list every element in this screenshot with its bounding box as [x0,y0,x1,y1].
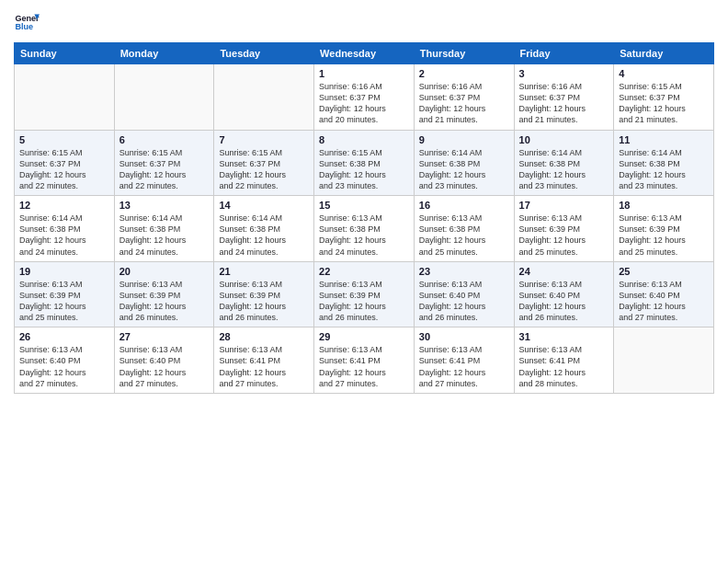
day-info: Sunrise: 6:16 AM Sunset: 6:37 PM Dayligh… [519,81,609,126]
weekday-header: Saturday [614,43,714,64]
logo-icon: General Blue [14,9,40,35]
day-number: 4 [619,68,709,79]
day-number: 26 [19,331,109,342]
day-info: Sunrise: 6:13 AM Sunset: 6:38 PM Dayligh… [319,213,409,258]
day-number: 23 [419,266,509,277]
calendar-cell: 3Sunrise: 6:16 AM Sunset: 6:37 PM Daylig… [514,64,614,131]
day-number: 12 [19,200,109,211]
weekday-header: Sunday [15,43,115,64]
calendar-cell: 19Sunrise: 6:13 AM Sunset: 6:39 PM Dayli… [15,261,115,327]
day-info: Sunrise: 6:13 AM Sunset: 6:40 PM Dayligh… [619,279,709,324]
calendar-cell: 26Sunrise: 6:13 AM Sunset: 6:40 PM Dayli… [15,327,115,394]
day-info: Sunrise: 6:15 AM Sunset: 6:37 PM Dayligh… [619,81,709,126]
calendar-cell: 20Sunrise: 6:13 AM Sunset: 6:39 PM Dayli… [114,261,214,327]
svg-text:Blue: Blue [15,22,33,31]
day-info: Sunrise: 6:15 AM Sunset: 6:37 PM Dayligh… [19,147,109,192]
calendar-cell: 13Sunrise: 6:14 AM Sunset: 6:38 PM Dayli… [114,196,214,262]
calendar-cell: 25Sunrise: 6:13 AM Sunset: 6:40 PM Dayli… [614,261,714,327]
weekday-header: Thursday [414,43,514,64]
day-info: Sunrise: 6:13 AM Sunset: 6:39 PM Dayligh… [319,279,409,324]
weekday-header: Wednesday [314,43,415,64]
calendar-cell: 14Sunrise: 6:14 AM Sunset: 6:38 PM Dayli… [214,196,314,262]
day-info: Sunrise: 6:13 AM Sunset: 6:41 PM Dayligh… [419,344,509,389]
calendar-cell: 7Sunrise: 6:15 AM Sunset: 6:37 PM Daylig… [214,130,314,196]
day-info: Sunrise: 6:14 AM Sunset: 6:38 PM Dayligh… [219,213,309,258]
day-number: 19 [19,266,109,277]
day-number: 9 [419,134,509,145]
calendar-cell: 29Sunrise: 6:13 AM Sunset: 6:41 PM Dayli… [314,327,415,394]
calendar-cell: 8Sunrise: 6:15 AM Sunset: 6:38 PM Daylig… [314,130,415,196]
calendar-week-row: 1Sunrise: 6:16 AM Sunset: 6:37 PM Daylig… [15,64,714,131]
calendar-cell: 27Sunrise: 6:13 AM Sunset: 6:40 PM Dayli… [114,327,214,394]
day-number: 5 [19,134,109,145]
day-number: 14 [219,200,309,211]
day-number: 8 [319,134,409,145]
day-number: 2 [419,68,509,79]
day-number: 20 [119,266,210,277]
calendar-cell: 28Sunrise: 6:13 AM Sunset: 6:41 PM Dayli… [214,327,314,394]
day-info: Sunrise: 6:16 AM Sunset: 6:37 PM Dayligh… [319,81,409,126]
weekday-header: Monday [114,43,214,64]
day-info: Sunrise: 6:13 AM Sunset: 6:40 PM Dayligh… [519,279,609,324]
day-number: 15 [319,200,409,211]
calendar-week-row: 5Sunrise: 6:15 AM Sunset: 6:37 PM Daylig… [15,130,714,196]
day-info: Sunrise: 6:13 AM Sunset: 6:41 PM Dayligh… [519,344,609,389]
day-number: 6 [119,134,210,145]
day-info: Sunrise: 6:13 AM Sunset: 6:40 PM Dayligh… [419,279,509,324]
day-info: Sunrise: 6:15 AM Sunset: 6:37 PM Dayligh… [119,147,210,192]
calendar-cell [15,64,115,131]
day-info: Sunrise: 6:15 AM Sunset: 6:38 PM Dayligh… [319,147,409,192]
day-number: 10 [519,134,609,145]
header-row: SundayMondayTuesdayWednesdayThursdayFrid… [15,43,714,64]
calendar-cell: 31Sunrise: 6:13 AM Sunset: 6:41 PM Dayli… [514,327,614,394]
calendar-week-row: 12Sunrise: 6:14 AM Sunset: 6:38 PM Dayli… [15,196,714,262]
calendar-cell: 22Sunrise: 6:13 AM Sunset: 6:39 PM Dayli… [314,261,415,327]
day-info: Sunrise: 6:13 AM Sunset: 6:39 PM Dayligh… [619,213,709,258]
weekday-header: Friday [514,43,614,64]
day-number: 29 [319,331,409,342]
day-number: 21 [219,266,309,277]
calendar-cell: 12Sunrise: 6:14 AM Sunset: 6:38 PM Dayli… [15,196,115,262]
calendar-cell: 16Sunrise: 6:13 AM Sunset: 6:38 PM Dayli… [414,196,514,262]
day-info: Sunrise: 6:13 AM Sunset: 6:39 PM Dayligh… [119,279,210,324]
calendar-cell [214,64,314,131]
calendar-cell: 10Sunrise: 6:14 AM Sunset: 6:38 PM Dayli… [514,130,614,196]
day-info: Sunrise: 6:13 AM Sunset: 6:40 PM Dayligh… [19,344,109,389]
day-info: Sunrise: 6:14 AM Sunset: 6:38 PM Dayligh… [519,147,609,192]
day-number: 17 [519,200,609,211]
day-info: Sunrise: 6:13 AM Sunset: 6:38 PM Dayligh… [419,213,509,258]
day-info: Sunrise: 6:13 AM Sunset: 6:40 PM Dayligh… [119,344,210,389]
day-number: 13 [119,200,210,211]
day-number: 1 [319,68,409,79]
weekday-header: Tuesday [214,43,314,64]
day-info: Sunrise: 6:14 AM Sunset: 6:38 PM Dayligh… [119,213,210,258]
calendar-cell [114,64,214,131]
calendar-cell: 21Sunrise: 6:13 AM Sunset: 6:39 PM Dayli… [214,261,314,327]
day-number: 31 [519,331,609,342]
header: General Blue [14,9,714,35]
day-info: Sunrise: 6:13 AM Sunset: 6:39 PM Dayligh… [19,279,109,324]
calendar-cell: 6Sunrise: 6:15 AM Sunset: 6:37 PM Daylig… [114,130,214,196]
calendar-cell: 11Sunrise: 6:14 AM Sunset: 6:38 PM Dayli… [614,130,714,196]
day-info: Sunrise: 6:13 AM Sunset: 6:41 PM Dayligh… [319,344,409,389]
day-info: Sunrise: 6:13 AM Sunset: 6:39 PM Dayligh… [219,279,309,324]
day-info: Sunrise: 6:14 AM Sunset: 6:38 PM Dayligh… [419,147,509,192]
calendar-cell: 24Sunrise: 6:13 AM Sunset: 6:40 PM Dayli… [514,261,614,327]
calendar-cell: 9Sunrise: 6:14 AM Sunset: 6:38 PM Daylig… [414,130,514,196]
calendar-cell: 18Sunrise: 6:13 AM Sunset: 6:39 PM Dayli… [614,196,714,262]
logo: General Blue [14,9,43,35]
day-info: Sunrise: 6:13 AM Sunset: 6:41 PM Dayligh… [219,344,309,389]
calendar-week-row: 26Sunrise: 6:13 AM Sunset: 6:40 PM Dayli… [15,327,714,394]
day-number: 11 [619,134,709,145]
day-number: 27 [119,331,210,342]
day-number: 22 [319,266,409,277]
calendar-cell: 4Sunrise: 6:15 AM Sunset: 6:37 PM Daylig… [614,64,714,131]
day-number: 30 [419,331,509,342]
day-number: 28 [219,331,309,342]
calendar-cell: 5Sunrise: 6:15 AM Sunset: 6:37 PM Daylig… [15,130,115,196]
day-info: Sunrise: 6:13 AM Sunset: 6:39 PM Dayligh… [519,213,609,258]
day-number: 25 [619,266,709,277]
calendar-cell: 1Sunrise: 6:16 AM Sunset: 6:37 PM Daylig… [314,64,415,131]
day-number: 24 [519,266,609,277]
day-number: 16 [419,200,509,211]
